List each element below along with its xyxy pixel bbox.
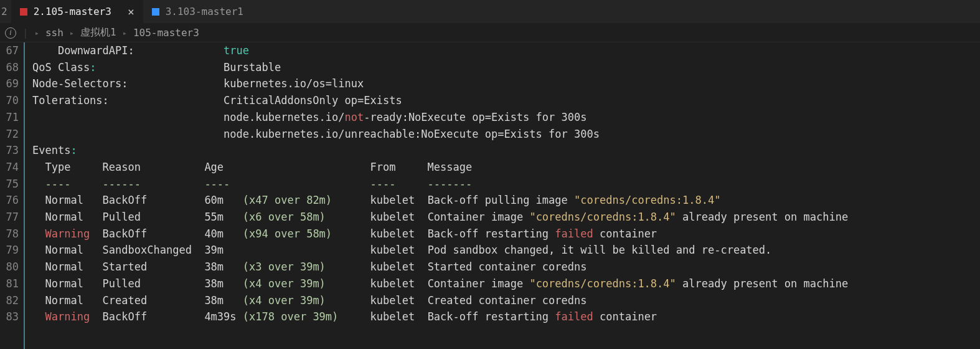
- tab-inactive[interactable]: 3.103-master1: [143, 0, 252, 24]
- tab-partial: 2: [0, 6, 11, 17]
- line-number: 78: [0, 226, 19, 242]
- breadcrumb: i | ▸ ssh ▸ 虚拟机1 ▸ 105-master3: [0, 24, 980, 42]
- tab-label: 3.103-master1: [166, 6, 243, 17]
- line-number: 82: [0, 292, 19, 309]
- line-number: 76: [0, 192, 19, 209]
- line-number: 74: [0, 159, 19, 176]
- line-number: 68: [0, 59, 19, 76]
- line-number: 83: [0, 308, 19, 325]
- line-number: 72: [0, 126, 19, 143]
- gutter-border: [24, 42, 26, 349]
- tab-label: 2.105-master3: [34, 6, 111, 17]
- editor: 6768697071727374757677787980818283 Downw…: [0, 42, 980, 349]
- tab-dot-icon: [152, 8, 159, 16]
- line-number: 79: [0, 242, 19, 259]
- tab-dot-icon: [20, 8, 27, 16]
- line-number: 67: [0, 42, 19, 59]
- line-number: 70: [0, 92, 19, 109]
- line-number: 69: [0, 75, 19, 92]
- line-number: 81: [0, 275, 19, 292]
- line-number: 80: [0, 259, 19, 275]
- line-number: 75: [0, 176, 19, 193]
- line-number: 73: [0, 142, 19, 159]
- chevron-right-icon: ▸: [123, 29, 127, 37]
- line-number: 71: [0, 109, 19, 126]
- divider: |: [22, 27, 29, 39]
- breadcrumb-item[interactable]: 虚拟机1: [80, 26, 116, 39]
- terminal-output[interactable]: DownwardAPI: true QoS Class: Burstable N…: [32, 42, 848, 349]
- info-icon[interactable]: i: [5, 27, 16, 39]
- line-number: 77: [0, 209, 19, 226]
- line-gutter: 6768697071727374757677787980818283: [0, 42, 20, 349]
- chevron-right-icon: ▸: [70, 29, 74, 37]
- tab-bar: 2 2.105-master3 × 3.103-master1: [0, 0, 980, 24]
- close-icon[interactable]: ×: [118, 5, 134, 18]
- tab-active[interactable]: 2.105-master3 ×: [11, 0, 143, 24]
- breadcrumb-item[interactable]: ssh: [45, 27, 64, 39]
- chevron-right-icon: ▸: [35, 29, 39, 37]
- breadcrumb-item[interactable]: 105-master3: [133, 27, 199, 39]
